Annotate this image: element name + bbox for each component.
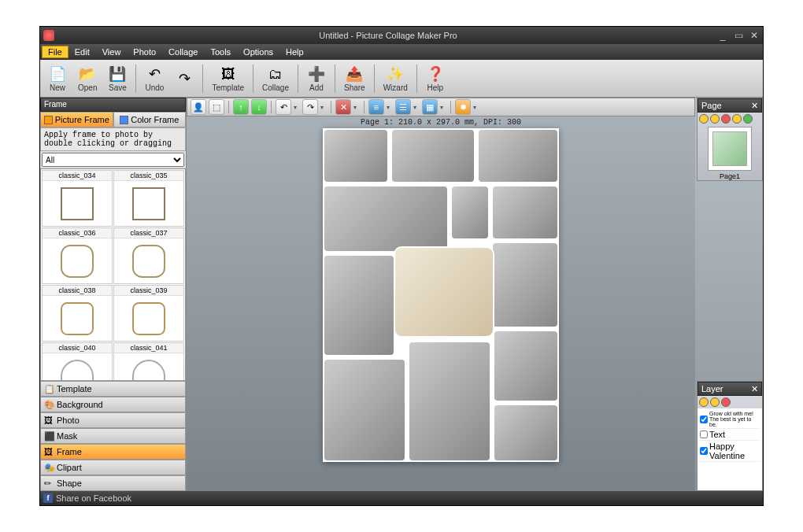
template-button[interactable]: 🖼Template bbox=[207, 63, 249, 94]
collage-button[interactable]: 🗂Collage bbox=[257, 63, 294, 94]
collage-photo[interactable] bbox=[450, 185, 490, 240]
page-nav-button[interactable] bbox=[710, 114, 720, 124]
frame-item[interactable]: classic_037 bbox=[113, 227, 184, 284]
color-frame-tab[interactable]: Color Frame bbox=[113, 112, 187, 127]
layer-up-button[interactable] bbox=[699, 397, 709, 407]
menu-collage[interactable]: Collage bbox=[162, 46, 204, 58]
menu-photo[interactable]: Photo bbox=[127, 46, 162, 58]
arrange-button[interactable]: ▦ bbox=[422, 99, 438, 115]
frame-hint: Apply frame to photo by double clicking … bbox=[40, 127, 186, 151]
dropdown-icon[interactable]: ▾ bbox=[387, 104, 393, 111]
collage-photo[interactable] bbox=[323, 128, 389, 183]
save-button[interactable]: 💾Save bbox=[103, 63, 131, 94]
delete-button[interactable]: ✕ bbox=[335, 99, 351, 115]
menu-options[interactable]: Options bbox=[237, 46, 279, 58]
rotate-right-button[interactable]: ↷ bbox=[302, 99, 318, 115]
frame-item[interactable]: classic_034 bbox=[42, 170, 113, 227]
page-nav-button[interactable] bbox=[699, 114, 709, 124]
layer-down-button[interactable] bbox=[710, 397, 720, 407]
layer-visible-checkbox[interactable] bbox=[700, 416, 708, 423]
wizard-button[interactable]: ✨Wizard bbox=[379, 63, 413, 94]
save-icon: 💾 bbox=[108, 65, 127, 83]
dropdown-icon[interactable]: ▾ bbox=[473, 104, 479, 111]
page-info: Page 1: 210.0 x 297.0 mm, DPI: 300 bbox=[359, 116, 523, 128]
collage-photo[interactable] bbox=[390, 128, 476, 183]
share-button[interactable]: 📤Share bbox=[339, 63, 370, 94]
close-icon[interactable]: ✕ bbox=[751, 384, 758, 394]
collage-photo[interactable] bbox=[408, 341, 491, 462]
undo-button[interactable]: ↶Undo bbox=[140, 63, 168, 94]
page-nav-button[interactable] bbox=[732, 114, 742, 124]
up-button[interactable]: ↑ bbox=[233, 99, 249, 115]
canvas-area[interactable]: Page 1: 210.0 x 297.0 mm, DPI: 300 bbox=[187, 116, 695, 491]
dropdown-icon[interactable]: ▾ bbox=[413, 104, 420, 111]
dropdown-icon[interactable]: ▾ bbox=[440, 104, 446, 111]
right-panel: Page✕ Page1 Layer✕ bbox=[695, 98, 763, 491]
select-tool[interactable]: 👤 bbox=[191, 99, 206, 115]
collage-photo[interactable] bbox=[323, 254, 395, 357]
dropdown-icon[interactable]: ▾ bbox=[294, 104, 300, 111]
align-button[interactable]: ≡ bbox=[368, 99, 384, 115]
close-button[interactable]: ✕ bbox=[749, 30, 760, 41]
rotate-left-button[interactable]: ↶ bbox=[276, 99, 291, 115]
collage-photo[interactable] bbox=[323, 185, 449, 253]
acc-background[interactable]: 🎨Background bbox=[40, 397, 186, 412]
layer-buttons bbox=[698, 396, 762, 408]
frame-item[interactable]: classic_035 bbox=[113, 170, 184, 227]
help-button[interactable]: ❓Help bbox=[421, 63, 450, 94]
collage-photo[interactable] bbox=[477, 128, 559, 183]
add-button[interactable]: ➕Add bbox=[302, 63, 331, 94]
page-add-button[interactable] bbox=[743, 114, 753, 124]
dropdown-icon[interactable]: ▾ bbox=[353, 104, 360, 111]
distribute-button[interactable]: ☰ bbox=[395, 99, 411, 115]
acc-template[interactable]: 📋Template bbox=[40, 381, 186, 397]
acc-frame[interactable]: 🖼Frame bbox=[40, 444, 186, 460]
frame-grid[interactable]: classic_034 classic_035 classic_036 clas… bbox=[40, 168, 186, 381]
frame-item[interactable]: classic_038 bbox=[42, 285, 113, 342]
menu-edit[interactable]: Edit bbox=[68, 46, 96, 58]
maximize-button[interactable]: ▭ bbox=[733, 30, 744, 41]
collage-photo-center[interactable] bbox=[394, 246, 494, 338]
layer-item[interactable]: Text bbox=[699, 429, 760, 441]
share-facebook-link[interactable]: Share on Facebook bbox=[56, 493, 131, 503]
effects-button[interactable]: ✹ bbox=[455, 99, 471, 115]
frame-item[interactable]: classic_040 bbox=[42, 342, 113, 381]
new-button[interactable]: 📄New bbox=[43, 63, 72, 94]
page-thumbnail[interactable] bbox=[708, 127, 752, 171]
toolbar-sep bbox=[253, 65, 253, 93]
down-button[interactable]: ↓ bbox=[251, 99, 267, 115]
layer-delete-button[interactable] bbox=[721, 397, 731, 407]
picture-frame-tab[interactable]: Picture Frame bbox=[40, 112, 113, 127]
layer-visible-checkbox[interactable] bbox=[700, 447, 708, 455]
crop-tool[interactable]: ⬚ bbox=[209, 99, 224, 115]
collage-photo[interactable] bbox=[323, 358, 406, 462]
frame-item[interactable]: classic_039 bbox=[113, 285, 184, 342]
acc-clipart[interactable]: 🎭Clipart bbox=[40, 460, 186, 475]
collage-page[interactable] bbox=[323, 128, 559, 462]
layer-item[interactable]: Happy Valentine bbox=[699, 441, 760, 462]
facebook-icon[interactable]: f bbox=[43, 493, 53, 503]
layer-item[interactable]: Grow old with me! The best is yet to be. bbox=[699, 410, 760, 429]
menu-view[interactable]: View bbox=[96, 46, 128, 58]
collage-photo[interactable] bbox=[493, 330, 559, 402]
layer-list[interactable]: Grow old with me! The best is yet to be.… bbox=[698, 408, 762, 490]
collage-photo[interactable] bbox=[491, 242, 559, 328]
dropdown-icon[interactable]: ▾ bbox=[320, 104, 327, 111]
menu-help[interactable]: Help bbox=[279, 46, 310, 58]
frame-item[interactable]: classic_041 bbox=[113, 342, 184, 381]
page-delete-button[interactable] bbox=[721, 114, 731, 124]
menu-file[interactable]: File bbox=[42, 46, 68, 58]
menu-tools[interactable]: Tools bbox=[204, 46, 237, 58]
acc-mask[interactable]: ⬛Mask bbox=[40, 428, 186, 444]
collage-photo[interactable] bbox=[493, 404, 559, 462]
collage-photo[interactable] bbox=[491, 185, 559, 240]
minimize-button[interactable]: _ bbox=[717, 30, 728, 41]
acc-photo[interactable]: 🖼Photo bbox=[40, 412, 186, 428]
close-icon[interactable]: ✕ bbox=[751, 101, 758, 111]
redo-button[interactable]: ↷ bbox=[170, 68, 198, 90]
frame-item[interactable]: classic_036 bbox=[42, 227, 113, 284]
layer-visible-checkbox[interactable] bbox=[700, 430, 708, 438]
acc-shape[interactable]: ✏Shape bbox=[40, 475, 186, 491]
frame-filter-select[interactable]: All bbox=[42, 153, 184, 167]
open-button[interactable]: 📂Open bbox=[73, 63, 102, 94]
